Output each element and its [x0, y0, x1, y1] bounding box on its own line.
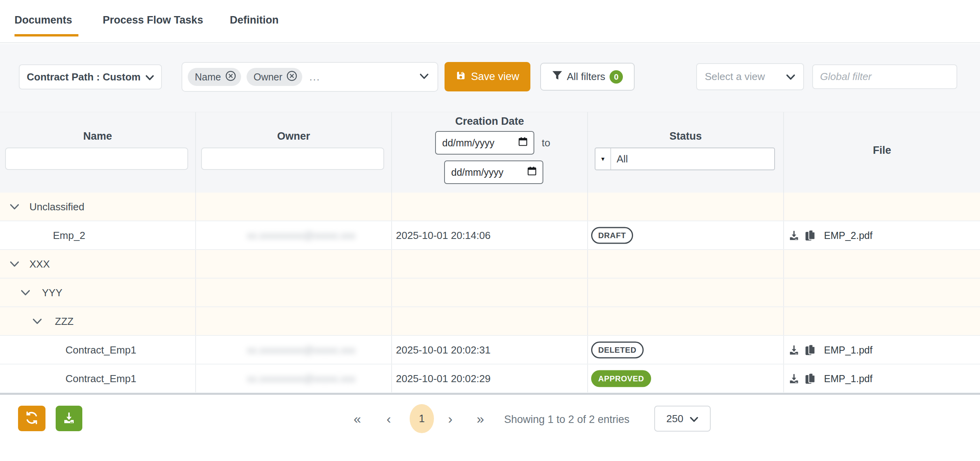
- document-row[interactable]: Contract_Emp1xx.xxxxxxxxx@xxxxx.xxx2025-…: [0, 336, 980, 364]
- owner-filter-input[interactable]: [201, 148, 384, 170]
- name-cell: Unclassified: [0, 193, 196, 220]
- file-actions: EMP_1.pdf: [788, 344, 873, 356]
- filter-count-badge: 0: [610, 70, 623, 84]
- collapse-chevron-icon[interactable]: [9, 204, 20, 210]
- pagination-first-button[interactable]: «: [354, 410, 361, 428]
- chevron-down-icon[interactable]: [419, 73, 429, 81]
- export-download-button[interactable]: [56, 406, 82, 431]
- creation-date-cell: [392, 250, 588, 278]
- global-filter-input[interactable]: [812, 64, 957, 89]
- refresh-button[interactable]: [18, 406, 45, 431]
- chevron-down-icon: [145, 71, 154, 83]
- name-cell: YYY: [0, 279, 196, 306]
- file-cell: [784, 250, 980, 278]
- chip-remove-icon[interactable]: [286, 70, 298, 84]
- chips-ellipsis: ...: [309, 71, 320, 83]
- pagination-current-page[interactable]: 1: [410, 404, 434, 433]
- status-cell: DELETED: [588, 336, 784, 364]
- page-size-select[interactable]: 250: [654, 406, 711, 432]
- group-row[interactable]: YYY: [0, 279, 980, 307]
- caret-down-icon[interactable]: ▼: [595, 148, 611, 169]
- creation-date-to-input[interactable]: dd/mm/yyyy: [444, 160, 543, 184]
- copy-icon[interactable]: [804, 372, 816, 384]
- status-cell: [588, 193, 784, 220]
- column-owner-label: Owner: [196, 130, 391, 142]
- contract-path-dropdown-label: Contract Path : Custom: [27, 71, 140, 83]
- filter-chip-owner[interactable]: Owner: [247, 68, 303, 86]
- chevron-down-icon: [786, 71, 795, 83]
- collapse-chevron-icon[interactable]: [9, 261, 20, 267]
- document-row[interactable]: Emp_2xx.xxxxxxxxx@xxxxx.xxx2025-10-01 20…: [0, 221, 980, 250]
- filter-chip-name[interactable]: Name: [188, 68, 241, 86]
- file-name[interactable]: EMP_2.pdf: [824, 230, 873, 241]
- status-badge: DELETED: [591, 341, 644, 358]
- save-view-button[interactable]: Save view: [445, 62, 530, 91]
- column-name: Name: [0, 112, 196, 193]
- creation-date-value: 2025-10-01 20:14:06: [396, 229, 490, 241]
- active-filter-chips-box[interactable]: Name Owner ...: [181, 62, 438, 92]
- owner-cell: [196, 307, 392, 335]
- pagination-next-button[interactable]: ›: [448, 410, 452, 428]
- group-label: ZZZ: [55, 315, 74, 327]
- collapse-chevron-icon[interactable]: [32, 318, 42, 324]
- group-row[interactable]: XXX: [0, 250, 980, 279]
- name-cell: Contract_Emp1: [0, 336, 196, 364]
- column-owner: Owner: [196, 112, 392, 193]
- tab-process-flow-tasks[interactable]: Process Flow Tasks: [103, 9, 205, 36]
- copy-icon[interactable]: [804, 229, 816, 241]
- column-name-label: Name: [0, 130, 195, 142]
- creation-date-cell: 2025-10-01 20:02:29: [392, 364, 588, 392]
- status-filter-value: All: [611, 148, 628, 169]
- status-cell: APPROVED: [588, 364, 784, 392]
- name-filter-input[interactable]: [5, 148, 188, 170]
- filter-chip-owner-label: Owner: [254, 71, 283, 83]
- footer-bar: « ‹ 1 › » Showing 1 to 2 of 2 entries 25…: [0, 395, 980, 461]
- select-view-dropdown[interactable]: Select a view: [696, 63, 804, 90]
- save-view-label: Save view: [471, 71, 519, 83]
- owner-cell: xx.xxxxxxxxx@xxxxx.xxx: [196, 336, 392, 364]
- file-actions: EMP_2.pdf: [788, 229, 873, 241]
- calendar-icon[interactable]: [527, 166, 537, 179]
- group-row[interactable]: ZZZ: [0, 307, 980, 336]
- column-status-label: Status: [588, 130, 783, 142]
- download-icon[interactable]: [788, 344, 800, 356]
- creation-date-cell: [392, 307, 588, 335]
- creation-date-from-input[interactable]: dd/mm/yyyy: [435, 131, 534, 155]
- owner-redacted: xx.xxxxxxxxx@xxxxx.xxx: [247, 373, 356, 384]
- all-filters-button[interactable]: All filters 0: [540, 63, 635, 91]
- tab-definition[interactable]: Definition: [230, 9, 281, 36]
- file-cell: [784, 193, 980, 220]
- owner-cell: [196, 279, 392, 306]
- document-row[interactable]: Contract_Emp1xx.xxxxxxxxx@xxxxx.xxx2025-…: [0, 364, 980, 393]
- tab-documents[interactable]: Documents: [15, 9, 78, 36]
- filter-chip-name-label: Name: [195, 71, 221, 83]
- file-cell: EMP_2.pdf: [784, 221, 980, 249]
- owner-cell: [196, 250, 392, 278]
- download-icon: [62, 411, 76, 426]
- pagination-prev-button[interactable]: ‹: [387, 410, 391, 428]
- document-name: Contract_Emp1: [65, 344, 136, 356]
- showing-entries-text: Showing 1 to 2 of 2 entries: [504, 414, 630, 426]
- pagination-last-button[interactable]: »: [477, 410, 484, 428]
- table-body: UnclassifiedEmp_2xx.xxxxxxxxx@xxxxx.xxx2…: [0, 193, 980, 393]
- group-row[interactable]: Unclassified: [0, 193, 980, 221]
- group-label: YYY: [42, 286, 62, 299]
- copy-icon[interactable]: [804, 344, 816, 356]
- page-size-value: 250: [666, 413, 683, 425]
- table-header: Name Owner Creation Date dd/mm/yyyy to d…: [0, 112, 980, 193]
- creation-date-cell: [392, 279, 588, 306]
- tab-bar: Documents Process Flow Tasks Definition: [0, 0, 980, 43]
- file-name[interactable]: EMP_1.pdf: [824, 373, 873, 384]
- file-name[interactable]: EMP_1.pdf: [824, 344, 873, 355]
- download-icon[interactable]: [788, 372, 800, 384]
- chip-remove-icon[interactable]: [225, 70, 236, 84]
- column-creation-date-label: Creation Date: [392, 115, 587, 128]
- calendar-icon[interactable]: [518, 137, 528, 149]
- owner-cell: xx.xxxxxxxxx@xxxxx.xxx: [196, 364, 392, 392]
- status-filter-select[interactable]: ▼ All: [595, 148, 775, 170]
- documents-page: Documents Process Flow Tasks Definition …: [0, 0, 980, 461]
- collapse-chevron-icon[interactable]: [20, 290, 31, 296]
- contract-path-dropdown[interactable]: Contract Path : Custom: [19, 64, 162, 89]
- download-icon[interactable]: [788, 229, 800, 241]
- column-creation-date: Creation Date dd/mm/yyyy to dd/mm/yyyy: [392, 112, 588, 193]
